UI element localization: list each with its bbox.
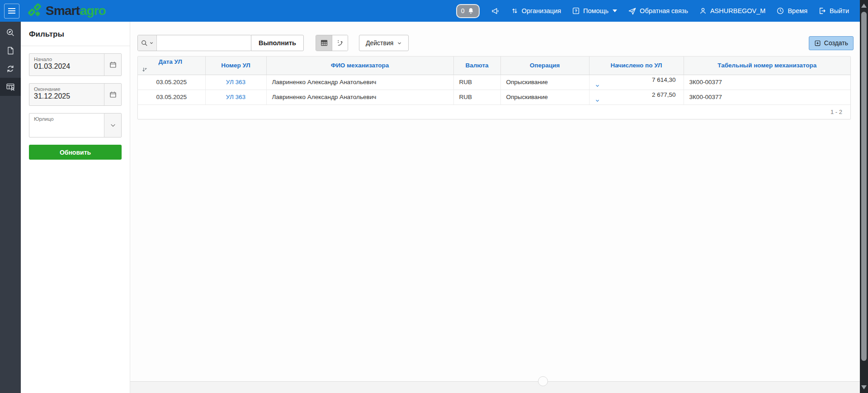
notifications-button[interactable]: 0 <box>456 4 480 18</box>
scrollbar-thumb[interactable] <box>861 12 867 361</box>
time-label: Время <box>788 7 807 14</box>
end-date-picker-button[interactable] <box>104 84 121 105</box>
pagination: 1 - 2 <box>138 105 850 119</box>
legal-entity-dropdown-button[interactable] <box>104 114 121 137</box>
start-date-picker-button[interactable] <box>104 54 121 76</box>
document-link[interactable]: УЛ 363 <box>226 79 245 85</box>
caret-down-icon <box>613 9 617 12</box>
end-date-field-main[interactable]: Окончание <box>29 84 104 105</box>
start-date-field-main[interactable]: Начало <box>29 54 104 76</box>
end-date-input[interactable] <box>34 92 99 100</box>
grid-view-button[interactable] <box>316 35 332 51</box>
hamburger-menu-button[interactable] <box>4 4 19 19</box>
smartagro-leaf-logo-icon <box>27 3 42 19</box>
flow-view-icon <box>336 39 344 47</box>
app-logo[interactable]: Smartagro <box>27 3 106 19</box>
vertical-scrollbar[interactable] <box>860 0 868 393</box>
cell-number: УЛ 363 <box>205 75 266 90</box>
logout-button[interactable]: Выйти <box>818 7 849 15</box>
column-header-currency[interactable]: Валюта <box>453 57 500 75</box>
rail-item-documents[interactable] <box>0 42 21 60</box>
cell-number: УЛ 363 <box>205 90 266 104</box>
help-menu[interactable]: ? Помощь <box>572 7 617 15</box>
cell-personnel-number: 3К00-00377 <box>684 75 850 90</box>
create-button[interactable]: Создать <box>809 36 854 50</box>
leaf-search-icon <box>5 28 15 38</box>
paper-plane-icon <box>628 7 637 15</box>
announcements-button[interactable] <box>491 7 500 15</box>
megaphone-icon <box>491 7 500 15</box>
top-navigation-bar: Smartagro 0 <box>0 0 868 22</box>
feedback-label: Обратная связь <box>640 7 688 14</box>
calendar-icon <box>109 90 117 99</box>
chevron-down-icon <box>109 122 117 129</box>
organization-menu[interactable]: Организация <box>511 7 561 15</box>
left-icon-rail <box>0 22 21 393</box>
search-input[interactable] <box>157 35 251 51</box>
column-header-personnel-number[interactable]: Табельный номер механизатора <box>684 57 850 75</box>
user-menu[interactable]: ASHURBEGOV_M <box>699 7 765 15</box>
legal-entity-field-main[interactable]: Юрлицо <box>29 114 104 137</box>
cell-name: Лавриненко Александр Анатольевич <box>266 75 453 90</box>
recycle-icon <box>5 64 15 74</box>
filters-divider <box>21 46 130 46</box>
application-window: Smartagro 0 <box>0 0 868 393</box>
loader-bump <box>538 376 548 386</box>
cell-date: 03.05.2025 <box>138 75 205 90</box>
time-button[interactable]: Время <box>776 7 807 15</box>
legal-entity-field: Юрлицо <box>29 113 122 137</box>
legal-entity-label: Юрлицо <box>34 116 99 122</box>
topbar-right-group: 0 <box>456 4 849 18</box>
scroll-up-arrow[interactable] <box>861 4 867 8</box>
rail-item-recycle[interactable] <box>0 60 21 78</box>
clock-icon <box>776 7 784 15</box>
organization-label: Организация <box>522 7 561 14</box>
column-header-date[interactable]: Дата УЛ <box>138 57 205 75</box>
footer-strip <box>130 381 860 393</box>
legal-entity-input[interactable] <box>34 122 99 130</box>
actions-menu-button[interactable]: Действия <box>359 35 409 51</box>
cell-date: 03.05.2025 <box>138 90 205 104</box>
table-header-row: Дата УЛ Номер УЛ ФИО механизатора Валюта… <box>138 57 850 75</box>
accruals-table: Дата УЛ Номер УЛ ФИО механизатора Валюта… <box>138 57 850 105</box>
flow-view-button[interactable] <box>332 35 348 51</box>
notification-count-badge: 0 <box>461 7 465 14</box>
column-header-amount[interactable]: Начислено по УЛ <box>589 57 684 75</box>
chevron-down-icon <box>397 41 402 46</box>
start-date-input[interactable] <box>34 62 99 71</box>
execute-button[interactable]: Выполнить <box>251 35 304 51</box>
logo-wordmark: Smartagro <box>46 5 106 17</box>
pagination-range-label: 1 - 2 <box>830 109 842 115</box>
bell-icon <box>467 7 475 15</box>
document-link[interactable]: УЛ 363 <box>226 94 245 100</box>
view-mode-toggle <box>316 35 348 51</box>
cell-operation: Опрыскивание <box>500 75 589 90</box>
column-header-name[interactable]: ФИО механизатора <box>266 57 453 75</box>
refresh-button[interactable]: Обновить <box>29 145 122 160</box>
main-content: Выполнить <box>130 22 860 393</box>
grid-view-icon <box>320 39 328 47</box>
swap-vertical-icon <box>511 7 519 15</box>
create-label: Создать <box>824 39 848 47</box>
amount-expand-icon[interactable] <box>595 83 679 88</box>
table-user-icon <box>5 82 15 92</box>
scroll-down-arrow[interactable] <box>861 385 867 389</box>
feedback-button[interactable]: Обратная связь <box>628 7 688 15</box>
column-header-number[interactable]: Номер УЛ <box>205 57 266 75</box>
user-icon <box>699 7 707 15</box>
cell-personnel-number: 3К00-00377 <box>684 90 850 104</box>
rail-item-leaf-search[interactable] <box>0 24 21 42</box>
amount-expand-icon[interactable] <box>595 98 679 103</box>
rail-item-mechanizer-accruals[interactable] <box>0 78 21 96</box>
start-date-label: Начало <box>34 57 99 62</box>
cell-currency: RUB <box>453 90 500 104</box>
search-options-button[interactable] <box>138 35 157 51</box>
start-date-field: Начало <box>29 53 122 76</box>
calendar-icon <box>109 61 117 69</box>
actions-label: Действия <box>366 39 393 47</box>
cell-name: Лавриненко Александр Анатольевич <box>266 90 453 104</box>
logout-icon <box>818 7 826 15</box>
column-header-operation[interactable]: Операция <box>500 57 589 75</box>
search-group <box>137 35 251 51</box>
filters-panel: Фильтры Начало Окончание <box>21 22 130 393</box>
